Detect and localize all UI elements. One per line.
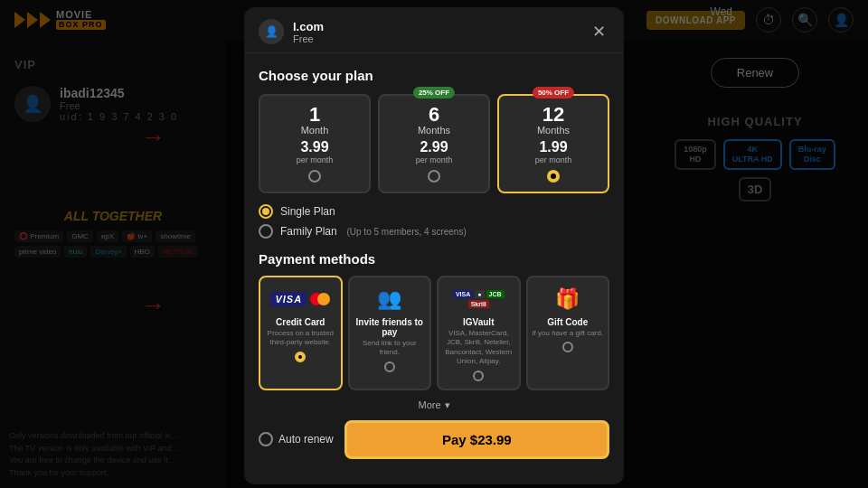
modal-dialog: 👤 l.com Free ✕ Choose your plan 1 Month …	[244, 7, 624, 484]
single-plan-radio	[259, 204, 273, 219]
prompt-section: Prompt: All payments are processed by a …	[244, 483, 624, 484]
gift-code-desc: If you have a gift card.	[532, 329, 605, 338]
plan-card-12months[interactable]: 50% OFF 12 Months 1.99 per month	[497, 94, 609, 193]
credit-card-radio	[295, 352, 306, 362]
plan-card-6months[interactable]: 25% OFF 6 Months 2.99 per month	[378, 94, 490, 193]
family-plan-sub: (Up to 5 members, 4 screens)	[344, 227, 467, 237]
family-plan-label: Family Plan	[280, 225, 337, 238]
more-label: More	[418, 399, 440, 410]
credit-card-name: Credit Card	[264, 317, 337, 327]
ig-jcb: JCB	[486, 290, 505, 298]
pay-button[interactable]: Pay $23.99	[344, 420, 609, 459]
modal-body: Choose your plan 1 Month 3.99 per month …	[244, 53, 624, 483]
plan-3-unit: Months	[505, 125, 602, 136]
gift-code-name: Gift Code	[532, 317, 605, 327]
family-plan-radio	[259, 224, 273, 239]
plan-cards: 1 Month 3.99 per month 25% OFF 6 Months …	[259, 94, 609, 193]
ig-skrill: Skrill	[468, 300, 489, 308]
plan-1-number: 1	[266, 105, 363, 125]
igvault-radio	[473, 371, 484, 381]
auto-renew-radio	[259, 432, 273, 446]
plan-3-number: 12	[505, 105, 602, 125]
invite-friends-desc: Send link to your friend.	[354, 339, 427, 358]
modal-close-button[interactable]: ✕	[589, 18, 609, 45]
invite-friends-icon: 👥	[354, 285, 427, 314]
plan-3-per: per month	[505, 155, 602, 164]
igvault-icon: VISA ● JCB Skrill	[442, 285, 515, 314]
invite-friends-radio	[384, 361, 395, 372]
modal-site-info: 👤 l.com Free	[259, 19, 324, 44]
choose-plan-title: Choose your plan	[259, 68, 609, 83]
plan-2-per: per month	[385, 155, 483, 164]
modal-site-name: l.com	[293, 20, 324, 33]
gift-code-radio	[562, 342, 573, 352]
plan-2-unit: Months	[385, 125, 483, 136]
ig-mc: ●	[475, 290, 484, 298]
visa-logo: VISA	[270, 292, 307, 306]
payment-igvault[interactable]: VISA ● JCB Skrill IGVault VISA, MasterCa…	[437, 276, 521, 390]
more-chevron-icon: ▾	[445, 399, 450, 411]
single-plan-option[interactable]: Single Plan	[259, 204, 609, 219]
auto-renew-label: Auto renew	[278, 433, 334, 446]
payment-title: Payment methods	[259, 251, 609, 267]
modal-site-text: l.com Free	[293, 20, 324, 44]
gift-code-icon: 🎁	[532, 285, 605, 314]
igvault-name: IGVault	[442, 317, 515, 327]
plan-2-radio	[428, 170, 440, 183]
payment-methods: VISA Credit Card Process on a trusted th…	[259, 276, 609, 390]
single-plan-label: Single Plan	[280, 205, 335, 218]
plan-1-radio	[308, 170, 321, 183]
modal-favicon: 👤	[259, 19, 284, 44]
plan-type-selection: Single Plan Family Plan (Up to 5 members…	[259, 204, 609, 239]
bottom-actions: Auto renew Pay $23.99	[259, 420, 609, 459]
credit-card-desc: Process on a trusted third-party website…	[264, 329, 337, 348]
friend-emoji: 👥	[377, 287, 401, 311]
mastercard-logo	[310, 293, 330, 305]
plan-1-price: 3.99	[266, 139, 363, 155]
plan-1-unit: Month	[266, 125, 363, 136]
mc-right	[317, 293, 330, 305]
plan-2-price: 2.99	[385, 139, 483, 155]
credit-card-icon: VISA	[264, 285, 337, 314]
gift-emoji: 🎁	[555, 287, 580, 311]
ig-visa: VISA	[453, 290, 473, 298]
payment-credit-card[interactable]: VISA Credit Card Process on a trusted th…	[259, 276, 343, 390]
plan-2-badge: 25% OFF	[413, 87, 455, 99]
payment-invite-friends[interactable]: 👥 Invite friends to pay Send link to you…	[348, 276, 432, 390]
modal-header: 👤 l.com Free ✕	[244, 7, 624, 53]
modal-site-status: Free	[293, 33, 324, 44]
plan-3-badge: 50% OFF	[533, 87, 574, 99]
plan-1-per: per month	[266, 155, 363, 164]
prompt-title: Prompt:	[259, 483, 609, 484]
igvault-desc: VISA, MasterCard, JCB, Skrill, Neteller,…	[442, 329, 515, 367]
plan-3-price: 1.99	[505, 139, 602, 155]
modal-overlay: 👤 l.com Free ✕ Choose your plan 1 Month …	[0, 0, 868, 488]
igvault-logos: VISA ● JCB Skrill	[442, 290, 515, 308]
plan-3-radio	[547, 170, 560, 183]
more-button[interactable]: More ▾	[259, 399, 609, 411]
payment-gift-code[interactable]: 🎁 Gift Code If you have a gift card.	[526, 276, 610, 390]
plan-card-1month[interactable]: 1 Month 3.99 per month	[259, 94, 371, 193]
plan-2-number: 6	[385, 105, 483, 125]
family-plan-option[interactable]: Family Plan (Up to 5 members, 4 screens)	[259, 224, 609, 239]
auto-renew-option[interactable]: Auto renew	[259, 432, 334, 446]
invite-friends-name: Invite friends to pay	[354, 317, 427, 337]
